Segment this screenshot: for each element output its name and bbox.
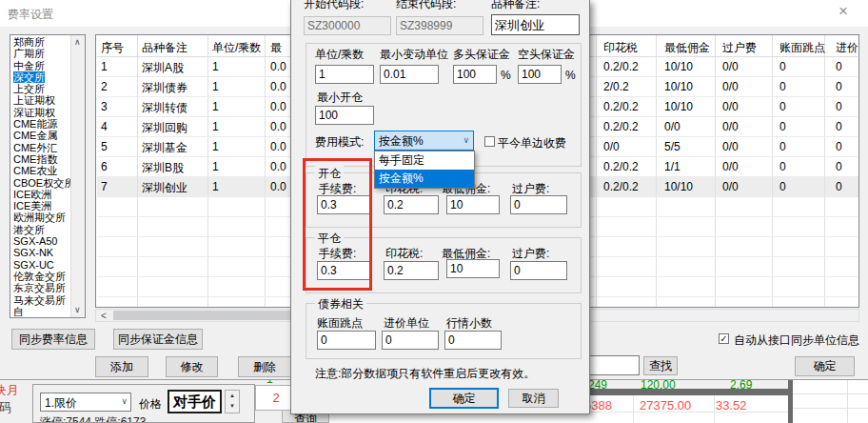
sidebar-item[interactable]: SGX-A50 [11, 235, 70, 247]
spin-down-icon[interactable]: ▼ [226, 401, 239, 412]
table-cell[interactable]: 深圳债券 [142, 80, 187, 96]
add-button[interactable]: 添加 [95, 356, 148, 377]
table-cell[interactable]: 0.2/0.2 [603, 120, 639, 133]
table-cell[interactable]: 1 [212, 180, 219, 193]
sync-fee-button[interactable]: 同步费率信息 [11, 329, 95, 350]
price-stepper[interactable]: ▲ ▼ [225, 390, 240, 413]
sidebar-item[interactable]: SGX-UC [11, 259, 70, 271]
close-stamp-field[interactable]: 0.2 [384, 261, 439, 280]
table-cell[interactable]: 0.0 [270, 160, 286, 173]
flat-today-checkbox[interactable] [484, 136, 495, 147]
bond-decimal-field[interactable]: 0 [444, 331, 502, 350]
table-cell[interactable]: 1/1 [664, 160, 681, 173]
table-cell[interactable]: 10/10 [664, 180, 693, 193]
auto-sync-label[interactable]: 自动从接口同步单位信息 [734, 332, 859, 349]
table-cell[interactable]: 0 [836, 100, 842, 113]
flat-today-label[interactable]: 平今单边收费 [498, 135, 566, 151]
sidebar-item[interactable]: SGX-NK [11, 247, 70, 258]
table-cell[interactable]: 1 [212, 80, 219, 93]
sidebar-item[interactable]: CME农业 [11, 165, 70, 176]
min-open-field[interactable]: 100 [315, 106, 374, 125]
table-cell[interactable]: 0.2/0.2 [603, 100, 639, 113]
table-cell[interactable]: 0 [836, 180, 842, 193]
table-cell[interactable]: 0 [779, 120, 786, 133]
column-header[interactable]: 账面跳点 [779, 40, 825, 56]
table-cell[interactable]: 2 [101, 80, 108, 93]
table-cell[interactable]: 0 [779, 100, 786, 113]
table-cell[interactable]: 深圳A股 [142, 60, 184, 76]
sidebar-item[interactable]: 郑商所 [11, 36, 70, 48]
bond-price-unit-field[interactable]: 0 [382, 331, 439, 350]
main-ok-button[interactable]: 确定 [795, 356, 855, 376]
table-cell[interactable]: 0/0 [664, 120, 681, 133]
table-cell[interactable]: 深圳回购 [142, 120, 187, 136]
close-transfer-field[interactable]: 0 [510, 261, 567, 280]
modify-button[interactable]: 修改 [166, 356, 218, 377]
bond-tick-field[interactable]: 0 [317, 331, 376, 350]
unit-field[interactable]: 1 [315, 65, 374, 84]
table-cell[interactable]: 0 [779, 180, 786, 193]
sidebar-item[interactable]: 深证期权 [11, 107, 70, 118]
table-cell[interactable]: 深圳B股 [142, 160, 184, 176]
order-type-combo[interactable]: 1.限价 ∨ [40, 393, 131, 412]
auto-sync-checkbox[interactable]: ✓ [719, 333, 729, 344]
table-cell[interactable]: 2/0.2 [603, 80, 629, 93]
sidebar-item[interactable]: CME能源 [11, 118, 70, 130]
column-header[interactable]: 品种备注 [142, 40, 187, 56]
table-cell[interactable]: 0/0 [722, 140, 739, 153]
sync-margin-button[interactable]: 同步保证金信息 [113, 329, 203, 350]
table-cell[interactable]: 0.0 [270, 140, 286, 153]
table-cell[interactable]: 0 [836, 80, 842, 93]
find-input[interactable] [588, 355, 640, 375]
table-cell[interactable]: 0/0 [722, 180, 739, 193]
table-cell[interactable]: 10/10 [664, 100, 693, 113]
column-header[interactable]: 最 [270, 40, 282, 56]
table-cell[interactable]: 深圳转债 [142, 100, 187, 116]
table-cell[interactable]: 5/5 [664, 140, 681, 153]
sidebar-item[interactable]: 深交所 [11, 71, 70, 83]
table-cell[interactable]: 10/10 [664, 60, 693, 73]
table-cell[interactable]: 0 [779, 60, 786, 73]
table-cell[interactable]: 0 [779, 160, 786, 173]
table-cell[interactable]: 10/10 [664, 80, 693, 93]
fee-mode-combo[interactable]: 按金额% ∨ [374, 131, 474, 151]
dialog-ok-button[interactable]: 确定 [429, 388, 499, 409]
table-cell[interactable]: 6 [101, 160, 108, 173]
table-cell[interactable]: 0.2/0.2 [603, 60, 639, 73]
sidebar-item[interactable]: CME外汇 [11, 142, 70, 153]
table-cell[interactable]: 0 [779, 80, 786, 93]
table-cell[interactable]: 0.0 [270, 60, 286, 73]
scroll-down-icon[interactable]: ∨ [74, 306, 81, 314]
table-cell[interactable]: 0/0 [722, 100, 739, 113]
table-cell[interactable]: 1 [212, 100, 219, 113]
table-cell[interactable]: 1 [212, 120, 219, 133]
table-cell[interactable]: 0.2/0.2 [603, 160, 639, 173]
table-cell[interactable]: 3 [101, 100, 108, 113]
sidebar-item[interactable]: 中金所 [11, 60, 70, 71]
listbox-scrollbar[interactable]: ∧ ∨ [70, 35, 85, 317]
remark-field[interactable]: 深圳创业 [491, 14, 580, 35]
sidebar-item[interactable]: CME指数 [11, 153, 70, 165]
table-cell[interactable]: 1 [101, 60, 108, 73]
find-button[interactable]: 查找 [643, 356, 678, 375]
table-cell[interactable]: 5 [101, 140, 108, 153]
column-header[interactable]: 单位/乘数 [212, 40, 261, 56]
sidebar-item[interactable]: 东京交易所 [11, 282, 70, 293]
combo-arrow-icon[interactable]: ∨ [121, 397, 128, 406]
table-cell[interactable]: 1 [212, 140, 219, 153]
table-cell[interactable]: 0.0 [270, 100, 286, 113]
sidebar-item[interactable]: 马来交易所 [11, 294, 70, 306]
sidebar-item[interactable]: CBOE权交所 [11, 177, 70, 189]
table-cell[interactable]: 0/0 [722, 120, 739, 133]
scroll-left-icon[interactable]: < [101, 312, 107, 321]
long-margin-field[interactable]: 100 [453, 65, 497, 84]
combo-arrow-icon[interactable]: ∨ [463, 136, 469, 145]
sidebar-item[interactable]: 广期所 [11, 48, 70, 59]
close-minfee-field[interactable]: 10 [446, 259, 500, 278]
table-cell[interactable]: 0.0 [270, 80, 286, 93]
sidebar-item[interactable]: 自 [11, 306, 70, 316]
table-cell[interactable]: 7 [101, 180, 108, 193]
table-cell[interactable]: 4 [101, 120, 108, 133]
delete-button[interactable]: 删除 [238, 356, 291, 377]
table-cell[interactable]: 0 [836, 60, 842, 73]
